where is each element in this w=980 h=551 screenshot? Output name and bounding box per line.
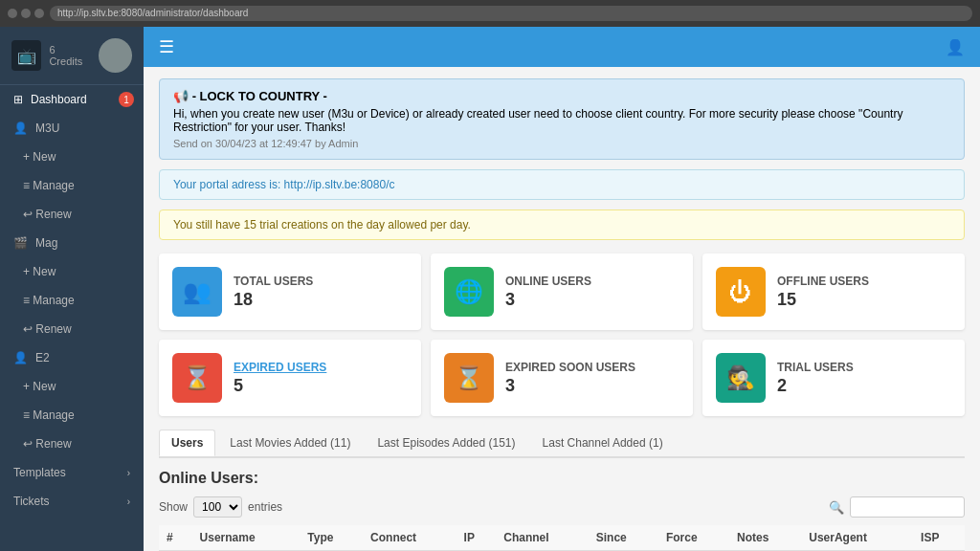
sidebar-item-mag-new[interactable]: + New bbox=[0, 257, 144, 286]
sidebar-item-label: Mag bbox=[35, 236, 57, 250]
portal-address: Your portal adress is: http://ip.sltv.be… bbox=[159, 169, 965, 200]
trial-users-icon: 🕵 bbox=[716, 353, 766, 403]
sidebar-item-label: + New bbox=[23, 265, 56, 278]
sidebar-item-label: Templates bbox=[13, 466, 66, 479]
sidebar-item-e2-manage[interactable]: ≡ Manage bbox=[0, 401, 144, 430]
stat-value: 15 bbox=[777, 290, 869, 310]
sidebar-item-mag-manage[interactable]: ≡ Manage bbox=[0, 286, 144, 315]
sidebar-item-e2[interactable]: 👤 E2 bbox=[0, 343, 144, 372]
sidebar-item-label: ≡ Manage bbox=[23, 179, 75, 192]
sidebar-item-mag[interactable]: 🎬 Mag bbox=[0, 229, 144, 257]
address-bar[interactable]: http://ip.sltv.be:8080/administrator/das… bbox=[50, 6, 972, 21]
stat-info-expired-soon-users: EXPIRED SOON USERS 3 bbox=[505, 361, 635, 396]
sidebar-item-label: E2 bbox=[35, 351, 50, 364]
sidebar-item-m3u[interactable]: 👤 M3U bbox=[0, 114, 144, 143]
sidebar-item-label: ↩ Renew bbox=[23, 208, 72, 221]
tab-users[interactable]: Users bbox=[159, 430, 215, 456]
sidebar-item-label: + New bbox=[23, 150, 56, 164]
sidebar-item-e2-renew[interactable]: ↩ Renew bbox=[0, 430, 144, 458]
col-username: Username bbox=[192, 525, 301, 551]
stat-info-total-users: TOTAL USERS 18 bbox=[234, 275, 313, 310]
stat-label: TRIAL USERS bbox=[777, 361, 854, 374]
browser-btn-2 bbox=[21, 9, 31, 18]
search-icon: 🔍 bbox=[829, 500, 844, 515]
col-useragent: UserAgent bbox=[801, 525, 913, 551]
total-users-icon: 👥 bbox=[172, 267, 222, 317]
sidebar-item-label: ≡ Manage bbox=[23, 408, 75, 422]
megaphone-icon: 📢 bbox=[173, 89, 189, 103]
sidebar-logo: 📺 6 Credits bbox=[0, 27, 144, 85]
expired-soon-icon: ⌛ bbox=[444, 353, 494, 403]
show-entries: Show 100 25 50 entries bbox=[159, 496, 282, 518]
stats-grid: 👥 TOTAL USERS 18 🌐 ONLINE USERS 3 bbox=[159, 253, 965, 416]
stat-label[interactable]: EXPIRED USERS bbox=[234, 361, 326, 374]
entries-select[interactable]: 100 25 50 bbox=[193, 496, 242, 518]
sidebar: 📺 6 Credits ⊞ Dashboard 1 👤 M3U + New ≡ … bbox=[0, 27, 144, 551]
account-icon[interactable]: 👤 bbox=[946, 38, 965, 56]
dashboard-badge: 1 bbox=[119, 92, 134, 107]
online-users-title: Online Users: bbox=[159, 470, 258, 487]
col-ip: IP bbox=[457, 525, 497, 551]
sidebar-item-label: Dashboard bbox=[31, 93, 87, 106]
tickets-arrow: › bbox=[127, 496, 130, 507]
col-num: # bbox=[159, 525, 192, 551]
m3u-icon: 👤 bbox=[13, 121, 28, 135]
table-header: Online Users: bbox=[159, 470, 965, 487]
online-users-icon: 🌐 bbox=[444, 267, 494, 317]
tab-last-channel[interactable]: Last Channel Added (1) bbox=[530, 430, 676, 456]
browser-bar: http://ip.sltv.be:8080/administrator/das… bbox=[0, 0, 980, 27]
e2-icon: 👤 bbox=[13, 351, 28, 364]
col-notes: Notes bbox=[729, 525, 801, 551]
stat-label: TOTAL USERS bbox=[234, 275, 313, 288]
col-connect: Connect bbox=[363, 525, 457, 551]
alert-title: 📢 - LOCK TO COUNTRY - bbox=[173, 89, 950, 103]
stat-info-offline-users: OFFLINE USERS 15 bbox=[777, 275, 869, 310]
search-box: 🔍 bbox=[829, 496, 965, 518]
hamburger-icon[interactable]: ☰ bbox=[159, 36, 174, 57]
expired-users-icon: ⌛ bbox=[172, 353, 222, 403]
stat-info-expired-users: EXPIRED USERS 5 bbox=[234, 361, 326, 396]
search-input[interactable] bbox=[850, 496, 965, 518]
mag-icon: 🎬 bbox=[13, 236, 28, 250]
sidebar-item-m3u-renew[interactable]: ↩ Renew bbox=[0, 200, 144, 229]
sidebar-item-mag-renew[interactable]: ↩ Renew bbox=[0, 315, 144, 343]
col-isp: ISP bbox=[913, 525, 965, 551]
tabs-bar: Users Last Movies Added (11) Last Episod… bbox=[159, 430, 965, 458]
browser-controls bbox=[8, 9, 44, 18]
stat-info-trial-users: TRIAL USERS 2 bbox=[777, 361, 854, 396]
stat-label: OFFLINE USERS bbox=[777, 275, 869, 288]
tab-last-episodes[interactable]: Last Episodes Added (151) bbox=[365, 430, 527, 456]
stat-card-online-users: 🌐 ONLINE USERS 3 bbox=[431, 253, 693, 330]
sidebar-item-dashboard[interactable]: ⊞ Dashboard 1 bbox=[0, 85, 144, 114]
stat-value: 2 bbox=[777, 376, 854, 396]
col-since: Since bbox=[589, 525, 658, 551]
sidebar-item-label: Tickets bbox=[13, 495, 50, 508]
main-content: 📢 - LOCK TO COUNTRY - Hi, when you creat… bbox=[144, 67, 980, 551]
show-label: Show bbox=[159, 500, 188, 514]
sidebar-item-label: ≡ Manage bbox=[23, 294, 75, 307]
stat-label: ONLINE USERS bbox=[505, 275, 591, 288]
tab-last-movies[interactable]: Last Movies Added (11) bbox=[217, 430, 363, 456]
alert-body: Hi, when you create new user (M3u or Dev… bbox=[173, 107, 950, 134]
sidebar-item-label: + New bbox=[23, 380, 56, 393]
credits-label: 6 Credits bbox=[49, 44, 90, 67]
sidebar-item-m3u-new[interactable]: + New bbox=[0, 143, 144, 171]
trial-text: You still have 15 trial creations on the… bbox=[173, 218, 471, 231]
sidebar-item-tickets[interactable]: Tickets › bbox=[0, 487, 144, 516]
dashboard-icon: ⊞ bbox=[13, 93, 23, 106]
app-layout: 📺 6 Credits ⊞ Dashboard 1 👤 M3U + New ≡ … bbox=[0, 27, 980, 551]
entries-label: entries bbox=[248, 500, 282, 514]
sidebar-item-label: ↩ Renew bbox=[23, 437, 72, 451]
stat-value: 18 bbox=[234, 290, 313, 310]
stat-label: EXPIRED SOON USERS bbox=[505, 361, 635, 374]
topnav: ☰ 👤 bbox=[144, 27, 980, 67]
col-type: Type bbox=[300, 525, 363, 551]
stat-card-trial-users: 🕵 TRIAL USERS 2 bbox=[702, 340, 965, 416]
alert-box: 📢 - LOCK TO COUNTRY - Hi, when you creat… bbox=[159, 78, 965, 160]
col-force: Force bbox=[658, 525, 729, 551]
templates-arrow: › bbox=[127, 468, 130, 478]
sidebar-item-m3u-manage[interactable]: ≡ Manage bbox=[0, 171, 144, 200]
sidebar-item-e2-new[interactable]: + New bbox=[0, 372, 144, 401]
sidebar-item-templates[interactable]: Templates › bbox=[0, 458, 144, 487]
sidebar-item-label: M3U bbox=[35, 121, 59, 135]
